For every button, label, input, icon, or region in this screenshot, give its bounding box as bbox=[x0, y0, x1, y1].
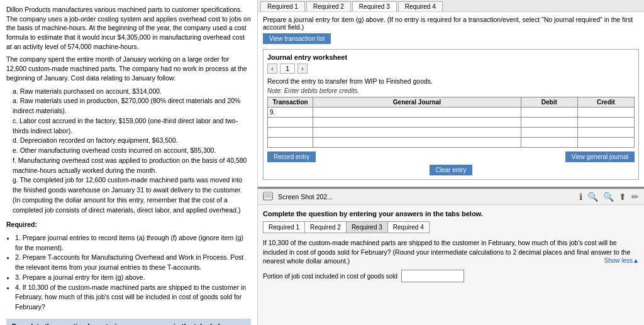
credit-cell[interactable] bbox=[577, 107, 634, 118]
tr-tab-required-3[interactable]: Required 3 bbox=[352, 1, 397, 11]
journal-worksheet: Journal entry worksheet ‹ 1 › Record the… bbox=[263, 49, 639, 180]
tr-tab-label: Required 1 bbox=[267, 3, 298, 10]
br-complete-title: Complete the question by entering your a… bbox=[263, 210, 639, 218]
list-item: a. Raw materials purchased on account, $… bbox=[13, 87, 251, 97]
journal-nav: ‹ 1 › bbox=[267, 63, 635, 74]
journal-page-number: 1 bbox=[280, 63, 295, 74]
br-description-text: If 10,300 of the custom-made machined pa… bbox=[263, 239, 630, 265]
debit-cell[interactable] bbox=[521, 138, 577, 148]
credit-input[interactable] bbox=[580, 119, 632, 126]
tr-content: Prepare a journal entry for item (g) abo… bbox=[258, 12, 644, 187]
br-tab-num-4: 4 bbox=[420, 224, 424, 231]
debit-cell[interactable] bbox=[521, 107, 577, 118]
edit-icon[interactable]: ✏ bbox=[631, 192, 639, 202]
tr-tab-required-2[interactable]: Required 2 bbox=[306, 1, 351, 11]
screenshot-name: Screen Shot 202... bbox=[278, 193, 333, 201]
journal-actions: Record entry View general journal bbox=[267, 151, 635, 162]
left-panel: Dillon Products manufactures various mac… bbox=[0, 0, 258, 325]
tr-tab-label: Required 3 bbox=[359, 3, 390, 10]
top-right-tabs: Required 1 Required 2 Required 3 Require… bbox=[258, 0, 644, 12]
list-item: f. Manufacturing overhead cost was appli… bbox=[13, 156, 251, 176]
credit-input[interactable] bbox=[580, 109, 632, 116]
txn-header: Transaction bbox=[268, 97, 313, 107]
list-item: 3. Prepare a journal entry for item (g) … bbox=[15, 273, 251, 283]
br-tab-required-4[interactable]: Required 4 bbox=[388, 222, 429, 233]
debit-input[interactable] bbox=[523, 129, 575, 136]
journal-entry-cell[interactable] bbox=[313, 138, 521, 148]
share-icon[interactable]: ⬆ bbox=[619, 192, 626, 202]
journal-record-instruction: Record the entry to transfer from WIP to… bbox=[267, 77, 635, 85]
zoom-out-icon[interactable]: 🔍 bbox=[587, 192, 598, 202]
credit-input[interactable] bbox=[580, 129, 632, 136]
general-journal-header: General Journal bbox=[313, 97, 521, 107]
debit-input[interactable] bbox=[523, 139, 575, 146]
debit-input[interactable] bbox=[523, 109, 575, 116]
debit-input[interactable] bbox=[523, 119, 575, 126]
record-entry-button[interactable]: Record entry bbox=[267, 151, 316, 162]
journal-entry-input[interactable] bbox=[315, 119, 519, 126]
next-page-button[interactable]: › bbox=[297, 63, 308, 74]
txn-cell bbox=[268, 138, 313, 148]
debit-header: Debit bbox=[521, 97, 577, 107]
right-panel: Required 1 Required 2 Required 3 Require… bbox=[258, 0, 644, 325]
svg-rect-1 bbox=[265, 194, 271, 198]
journal-entry-input[interactable] bbox=[315, 129, 519, 136]
complete-box-title: Complete the question by entering your a… bbox=[11, 322, 246, 325]
journal-entry-input[interactable] bbox=[315, 139, 519, 146]
journal-row bbox=[268, 128, 635, 138]
br-description: If 10,300 of the custom-made machined pa… bbox=[263, 238, 639, 266]
second-para: The company spent the entire month of Ja… bbox=[6, 55, 251, 82]
zoom-in-icon[interactable]: 🔍 bbox=[603, 192, 614, 202]
view-general-journal-button[interactable]: View general journal bbox=[565, 151, 635, 162]
list-item: 1. Prepare journal entries to record ite… bbox=[15, 233, 251, 253]
show-less-button[interactable]: Show less▲ bbox=[604, 256, 639, 265]
credit-header: Credit bbox=[577, 97, 634, 107]
svg-rect-2 bbox=[264, 192, 272, 194]
journal-entry-cell[interactable] bbox=[313, 118, 521, 128]
journal-note: Note: Enter debits before credits. bbox=[267, 87, 635, 94]
br-tab-num-1: 1 bbox=[296, 224, 299, 231]
br-tab-label-3: Required bbox=[352, 224, 377, 231]
tr-tab-required-1[interactable]: Required 1 bbox=[260, 1, 305, 11]
credit-cell[interactable] bbox=[577, 138, 634, 148]
journal-row bbox=[268, 138, 635, 148]
br-tab-required-1[interactable]: Required 1 bbox=[264, 222, 305, 233]
journal-worksheet-title: Journal entry worksheet bbox=[267, 53, 635, 61]
credit-cell[interactable] bbox=[577, 118, 634, 128]
bottom-right-panel: Complete the question by entering your a… bbox=[258, 205, 644, 325]
br-tabs-row: Required 1 Required 2 Required 3 Require… bbox=[263, 221, 430, 233]
tr-instruction: Prepare a journal entry for item (g) abo… bbox=[263, 16, 639, 31]
credit-cell[interactable] bbox=[577, 128, 634, 138]
intro-text: Dillon Products manufactures various mac… bbox=[6, 5, 251, 51]
br-tab-required-3[interactable]: Required 3 bbox=[347, 222, 388, 233]
tr-tab-required-4[interactable]: Required 4 bbox=[398, 1, 443, 11]
journal-entry-cell[interactable] bbox=[313, 128, 521, 138]
credit-input[interactable] bbox=[580, 139, 632, 146]
prev-page-button[interactable]: ‹ bbox=[267, 63, 277, 74]
list-item: a. Raw materials used in production, $27… bbox=[13, 96, 251, 116]
complete-box: Complete the question by entering your a… bbox=[6, 319, 251, 325]
view-transaction-button[interactable]: View transaction list bbox=[263, 33, 331, 44]
items-list: a. Raw materials purchased on account, $… bbox=[13, 87, 251, 216]
journal-entry-cell[interactable] bbox=[313, 107, 521, 118]
portion-label: Portion of job cost included in cost of … bbox=[263, 273, 397, 280]
debit-cell[interactable] bbox=[521, 118, 577, 128]
journal-row bbox=[268, 118, 635, 128]
tr-tab-label: Required 4 bbox=[405, 3, 436, 10]
debit-cell[interactable] bbox=[521, 128, 577, 138]
screenshot-thumbnail-icon bbox=[263, 191, 273, 202]
info-icon[interactable]: ℹ bbox=[579, 192, 582, 202]
br-tab-required-2[interactable]: Required 2 bbox=[305, 222, 347, 233]
portion-input[interactable] bbox=[401, 270, 464, 282]
br-tab-num-2: 2 bbox=[337, 224, 341, 231]
clear-entry-button[interactable]: Clear entry bbox=[430, 165, 473, 175]
br-tab-label-4: Required bbox=[393, 224, 419, 231]
required-section: Required: 1. Prepare journal entries to … bbox=[6, 220, 251, 312]
top-right-panel: Required 1 Required 2 Required 3 Require… bbox=[258, 0, 644, 189]
journal-row: 9. bbox=[268, 107, 635, 118]
journal-entry-input[interactable] bbox=[315, 109, 519, 116]
list-item: g. The completed job for 12,600 custom-m… bbox=[13, 175, 251, 215]
journal-table: Transaction General Journal Debit Credit… bbox=[267, 97, 635, 148]
list-item: d. Depreciation recorded on factory equi… bbox=[13, 136, 251, 146]
txn-cell bbox=[268, 128, 313, 138]
